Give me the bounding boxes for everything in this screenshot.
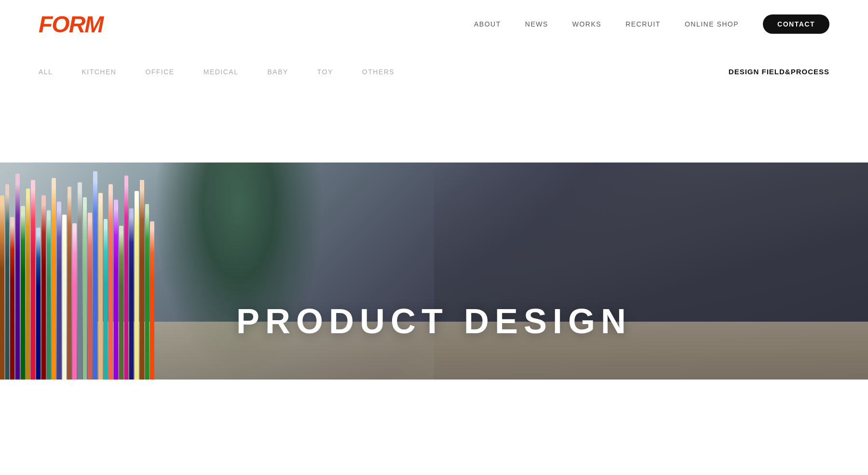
pencil-8 (36, 228, 41, 380)
pencil-21 (104, 219, 108, 380)
nav-item-recruit[interactable]: RECRUIT (625, 20, 661, 28)
pencil-25 (124, 176, 129, 380)
pencil-9 (41, 195, 46, 380)
hero-title: PRODUCT DESIGN (236, 301, 632, 341)
category-others[interactable]: OTHERS (362, 68, 394, 76)
main-nav: ABOUT NEWS WORKS RECRUIT ONLINE SHOP CON… (474, 14, 829, 34)
pencil-7 (31, 180, 35, 380)
pencil-20 (98, 193, 103, 380)
pencil-24 (119, 226, 123, 380)
pencil-17 (83, 197, 87, 380)
pencil-group (0, 163, 154, 380)
content-spacer (0, 95, 868, 163)
category-bar: ALL KITCHEN OFFICE MEDICAL BABY TOY OTHE… (0, 48, 868, 95)
nav-item-works[interactable]: WORKS (572, 20, 601, 28)
pencil-30 (150, 221, 154, 380)
hero-banner: PRODUCT DESIGN (0, 163, 868, 380)
contact-button[interactable]: CONTACT (763, 14, 829, 34)
hero-background: PRODUCT DESIGN (0, 163, 868, 380)
hero-text: PRODUCT DESIGN (236, 301, 632, 341)
nav-item-online-shop[interactable]: ONLINE SHOP (685, 20, 739, 28)
pencil-12 (57, 202, 61, 380)
pencil-6 (26, 189, 30, 380)
pencil-28 (140, 180, 144, 380)
nav-item-news[interactable]: NEWS (525, 20, 548, 28)
pencil-5 (21, 206, 25, 380)
pencils-area (0, 163, 154, 380)
pencil-16 (78, 182, 82, 380)
category-toy[interactable]: TOY (317, 68, 333, 76)
pencil-22 (108, 184, 113, 380)
pencil-4 (15, 174, 20, 380)
category-list: ALL KITCHEN OFFICE MEDICAL BABY TOY OTHE… (39, 68, 394, 76)
design-field-link[interactable]: DESIGN FIELD&PROCESS (729, 68, 829, 76)
header: FORM ABOUT NEWS WORKS RECRUIT ONLINE SHO… (0, 0, 868, 48)
pencil-13 (62, 215, 67, 380)
pencil-3 (10, 217, 14, 380)
nav-item-about[interactable]: ABOUT (474, 20, 501, 28)
pencil-11 (52, 178, 56, 380)
pencil-1 (0, 195, 4, 380)
category-baby[interactable]: BABY (267, 68, 288, 76)
category-medical[interactable]: MEDICAL (203, 68, 239, 76)
category-office[interactable]: OFFICE (145, 68, 174, 76)
pencil-26 (129, 208, 134, 380)
pencil-19 (93, 171, 97, 380)
logo[interactable]: FORM (39, 11, 103, 38)
category-all[interactable]: ALL (39, 68, 53, 76)
pencil-14 (68, 187, 72, 380)
pencil-15 (72, 223, 77, 380)
pencil-27 (135, 191, 139, 380)
pencil-23 (114, 200, 118, 380)
pencil-10 (47, 210, 51, 380)
pencil-2 (5, 184, 10, 380)
pencil-29 (145, 204, 149, 380)
pencil-18 (88, 213, 92, 380)
category-kitchen[interactable]: KITCHEN (81, 68, 116, 76)
